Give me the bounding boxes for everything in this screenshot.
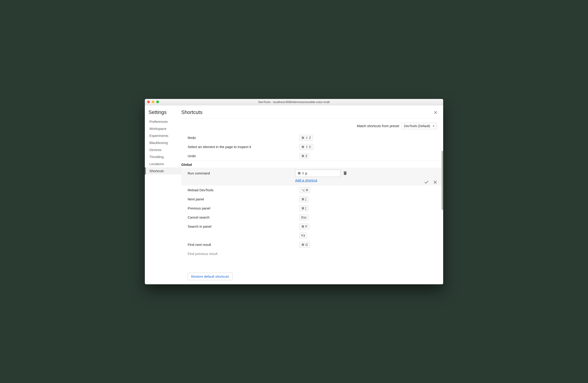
page-title: Shortcuts bbox=[181, 109, 202, 115]
svg-rect-2 bbox=[344, 172, 346, 175]
shortcut-label: Undo bbox=[188, 154, 299, 158]
key-chip: Esc bbox=[299, 214, 309, 220]
main: Shortcuts Match shortcuts from preset De… bbox=[181, 105, 443, 284]
key-chip: ⌘ G bbox=[299, 242, 310, 248]
shortcut-row[interactable]: Search in panel ⌘ F bbox=[181, 222, 442, 231]
trash-icon bbox=[343, 171, 347, 175]
sidebar-title: Settings bbox=[145, 109, 181, 118]
cancel-button[interactable] bbox=[434, 181, 437, 184]
key-chip: ⌘ ] bbox=[299, 196, 308, 202]
sidebar-item-experiments[interactable]: Experiments bbox=[145, 132, 181, 139]
shortcut-label: Redo bbox=[188, 136, 299, 140]
close-window-icon[interactable] bbox=[147, 100, 150, 103]
shortcut-input[interactable] bbox=[295, 170, 341, 177]
sidebar-item-throttling[interactable]: Throttling bbox=[145, 153, 181, 160]
key-chip: ⌘ F bbox=[299, 224, 309, 230]
sidebar-item-shortcuts[interactable]: Shortcuts bbox=[145, 167, 181, 174]
svg-rect-4 bbox=[345, 171, 346, 172]
close-icon bbox=[434, 181, 437, 184]
confirm-bar bbox=[424, 181, 437, 184]
shortcut-list: Redo ⌘ ⇧ Z Select an element in the page… bbox=[181, 133, 443, 284]
shortcut-row[interactable]: Undo ⌘ Z bbox=[181, 152, 442, 161]
titlebar: DevTools - localhost:8080/demo/accessibl… bbox=[145, 99, 443, 105]
check-icon bbox=[424, 181, 429, 184]
shortcut-row[interactable]: Find next result ⌘ G bbox=[181, 240, 442, 249]
section-header-global: Global bbox=[181, 161, 442, 168]
zoom-window-icon[interactable] bbox=[156, 100, 159, 103]
sidebar-item-preferences[interactable]: Preferences bbox=[145, 118, 181, 125]
content: Settings Preferences Workspace Experimen… bbox=[145, 105, 443, 284]
preset-selected: DevTools (Default) bbox=[404, 124, 430, 128]
traffic-lights bbox=[147, 100, 159, 103]
key-chip: F3 bbox=[299, 233, 307, 239]
shortcut-row[interactable]: Select an element in the page to inspect… bbox=[181, 142, 442, 152]
add-shortcut-link[interactable]: Add a shortcut bbox=[295, 178, 317, 182]
restore-defaults-button[interactable]: Restore default shortcuts bbox=[188, 273, 232, 280]
shortcut-label: Find previous result bbox=[188, 252, 299, 256]
delete-shortcut-button[interactable] bbox=[343, 171, 347, 175]
restore-bar: Restore default shortcuts bbox=[181, 270, 443, 284]
window-title: DevTools - localhost:8080/demo/accessibl… bbox=[145, 100, 443, 104]
main-header: Shortcuts bbox=[181, 105, 443, 119]
shortcut-label: Run command bbox=[188, 171, 295, 175]
confirm-button[interactable] bbox=[424, 181, 429, 184]
window: DevTools - localhost:8080/demo/accessibl… bbox=[145, 99, 443, 284]
minimize-window-icon[interactable] bbox=[152, 100, 154, 103]
sidebar: Settings Preferences Workspace Experimen… bbox=[145, 105, 181, 284]
sidebar-item-blackboxing[interactable]: Blackboxing bbox=[145, 139, 181, 146]
shortcut-row[interactable]: Previous panel ⌘ [ bbox=[181, 204, 442, 213]
preset-select[interactable]: DevTools (Default) ▼ bbox=[401, 123, 437, 129]
shortcut-label: Previous panel bbox=[188, 206, 299, 210]
close-icon bbox=[434, 111, 437, 114]
close-settings-button[interactable] bbox=[432, 109, 439, 116]
key-chip: ⌘ ⇧ C bbox=[299, 144, 313, 150]
shortcut-row[interactable]: Redo ⌘ ⇧ Z bbox=[181, 133, 442, 142]
key-chip: ⌘ ⇧ Z bbox=[299, 135, 313, 141]
shortcut-row[interactable]: Find previous result bbox=[181, 249, 442, 258]
sidebar-item-workspace[interactable]: Workspace bbox=[145, 125, 181, 132]
shortcut-label: Find next result bbox=[188, 243, 299, 247]
scrollbar-thumb[interactable] bbox=[441, 151, 443, 210]
shortcut-row[interactable]: F3 bbox=[181, 231, 442, 240]
chevron-down-icon: ▼ bbox=[432, 125, 435, 127]
shortcut-label: Reload DevTools bbox=[188, 188, 299, 192]
shortcut-label: Select an element in the page to inspect… bbox=[188, 145, 299, 149]
shortcut-label: Next panel bbox=[188, 197, 299, 201]
shortcut-row[interactable]: Next panel ⌘ ] bbox=[181, 195, 442, 204]
key-chip: ⌥ R bbox=[299, 187, 310, 193]
shortcut-row[interactable]: Cancel search Esc bbox=[181, 213, 442, 222]
sidebar-item-locations[interactable]: Locations bbox=[145, 160, 181, 167]
preset-row: Match shortcuts from preset DevTools (De… bbox=[181, 119, 443, 133]
key-chip: ⌘ [ bbox=[299, 205, 308, 211]
shortcut-label: Search in panel bbox=[188, 225, 299, 228]
shortcut-row-editing: Run command Add a shortcut bbox=[181, 168, 442, 186]
shortcut-label: Cancel search bbox=[188, 215, 299, 219]
preset-label: Match shortcuts from preset bbox=[357, 124, 399, 128]
sidebar-item-devices[interactable]: Devices bbox=[145, 146, 181, 153]
shortcut-row[interactable]: Reload DevTools ⌥ R bbox=[181, 186, 442, 195]
key-chip: ⌘ Z bbox=[299, 153, 309, 159]
